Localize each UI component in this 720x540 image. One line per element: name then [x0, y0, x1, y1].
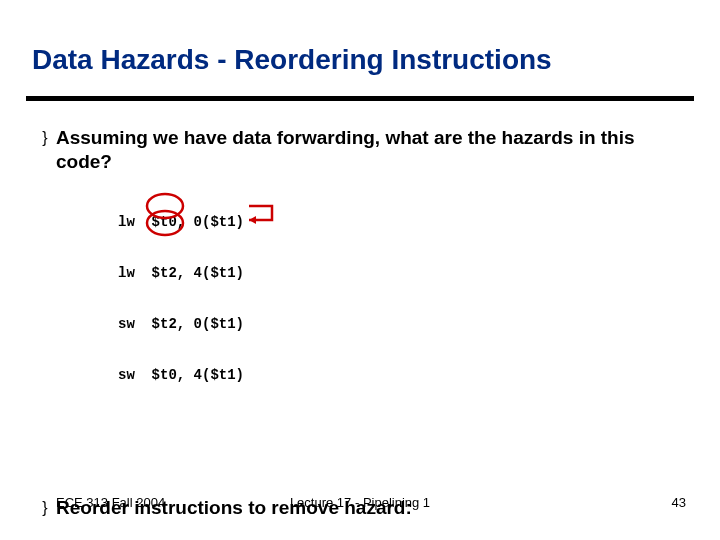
code-line: lw $t2, 4($t1)	[118, 265, 686, 282]
title-divider	[26, 96, 694, 101]
code-line: sw $t2, 0($t1)	[118, 316, 686, 333]
footer-page-number: 43	[672, 495, 686, 510]
code-block-after: lw $t0, 0($t1) lw $t2, 4($t1) sw $t0, 4(…	[118, 526, 686, 540]
bullet-mark-icon: }	[34, 126, 56, 150]
slide-title: Data Hazards - Reordering Instructions	[32, 44, 688, 76]
footer-center: Lecture 17 - Pipelining 1	[0, 495, 720, 510]
code-line: sw $t0, 4($t1)	[118, 367, 686, 384]
slide-body: } Assuming we have data forwarding, what…	[34, 126, 686, 540]
bullet-text: Assuming we have data forwarding, what a…	[56, 126, 686, 174]
slide: Data Hazards - Reordering Instructions }…	[0, 0, 720, 540]
bullet-item: } Assuming we have data forwarding, what…	[34, 126, 686, 174]
code-line: lw $t0, 0($t1)	[118, 214, 686, 231]
code-block-before: lw $t0, 0($t1) lw $t2, 4($t1) sw $t2, 0(…	[118, 180, 686, 486]
